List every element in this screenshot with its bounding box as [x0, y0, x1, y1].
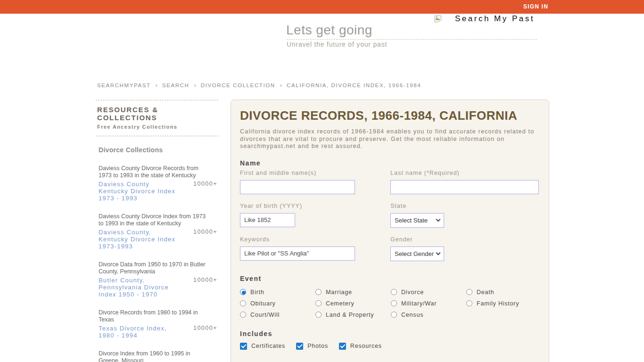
last-name-input[interactable]: [390, 180, 539, 194]
sidebar: RESOURCES & COLLECTIONS Free Ancestry Co…: [96, 100, 218, 362]
gender-selected-value: Select Gender: [395, 250, 434, 257]
radio-option-obituary[interactable]: Obituary: [240, 300, 315, 307]
radio-icon: [315, 300, 322, 306]
state-selected-value: Select State: [395, 217, 428, 224]
keywords-input[interactable]: [240, 247, 355, 261]
checkbox-icon: [240, 343, 247, 350]
radio-icon: [466, 300, 472, 306]
radio-icon: [466, 289, 472, 295]
topbar: SIGN IN: [0, 0, 644, 14]
radio-label: Death: [477, 289, 494, 296]
radio-icon: [391, 300, 397, 306]
broken-image-icon: [434, 15, 443, 23]
checkbox-option-certificates[interactable]: Certificates: [240, 343, 285, 350]
page-description: California divorce index records of 1966…: [240, 128, 544, 150]
radio-icon: [315, 289, 322, 295]
radio-label: Court/Will: [250, 312, 280, 318]
radio-label: Marriage: [326, 289, 352, 296]
radio-icon: [240, 300, 246, 306]
hero-subtitle: Unravel the future of your past: [287, 41, 387, 48]
radio-option-land-property[interactable]: Land & Property: [315, 312, 391, 318]
radio-option-military-war[interactable]: Military/War: [391, 300, 466, 307]
record-count-badge: 10000+: [193, 229, 217, 250]
collection-list-item: Divorce Index from 1960 to 1995 in Green…: [99, 350, 218, 362]
page: SIGN IN Search My Past Lets get going Un…: [0, 0, 644, 362]
collection-description: Divorce Data from 1950 to 1970 in Butler…: [99, 261, 211, 275]
site-logo[interactable]: Search My Past: [434, 14, 535, 24]
checkbox-icon: [339, 343, 346, 350]
radio-option-family-history[interactable]: Family History: [466, 300, 542, 307]
radio-option-marriage[interactable]: Marriage: [315, 289, 391, 296]
keywords-label: Keywords: [240, 236, 390, 243]
event-section-heading: Event: [240, 275, 540, 282]
breadcrumb: SEARCHMYPAST › SEARCH › DIVORCE COLLECTI…: [97, 82, 421, 89]
logo-alt-text: Search My Past: [455, 14, 535, 24]
year-of-birth-input[interactable]: [240, 213, 295, 227]
collection-description: Daviess County Divorce Records from 1973…: [99, 165, 211, 179]
last-name-label: Last name (*Required): [390, 170, 540, 176]
chevron-right-icon: ›: [280, 82, 282, 89]
collection-description: Divorce Records from 1980 to 1994 in Tex…: [99, 309, 211, 323]
page-title: DIVORCE RECORDS, 1966-1984, CALIFORNIA: [240, 108, 540, 123]
radio-option-cemetery[interactable]: Cemetery: [315, 300, 391, 307]
collection-link[interactable]: Texas Divorce Index, 1980 - 1994: [99, 325, 180, 339]
breadcrumb-item-home[interactable]: SEARCHMYPAST: [97, 82, 151, 88]
includes-options: Certificates Photos Resources: [240, 343, 540, 350]
name-section-heading: Name: [240, 159, 540, 167]
checkbox-option-resources[interactable]: Resources: [339, 343, 382, 350]
radio-label: Divorce: [401, 289, 424, 296]
radio-label: Obituary: [250, 300, 276, 307]
chevron-right-icon: ›: [194, 82, 196, 89]
collection-list-item: Daviess County Divorce Records from 1973…: [99, 165, 218, 202]
first-name-input[interactable]: [240, 180, 355, 194]
radio-icon: [240, 312, 246, 318]
radio-icon: [391, 312, 397, 318]
sign-in-link[interactable]: SIGN IN: [523, 3, 548, 10]
collection-link[interactable]: Butler County, Pennsylvania Divorce Inde…: [99, 277, 180, 298]
sidebar-subheading: Free Ancestry Collections: [97, 124, 218, 130]
radio-label: Cemetery: [326, 300, 355, 307]
collection-link[interactable]: Daviess County Kentucky Divorce Index 19…: [99, 181, 180, 202]
radio-label: Family History: [477, 300, 519, 307]
record-count-badge: 10000+: [193, 325, 217, 339]
radio-option-divorce[interactable]: Divorce: [391, 289, 466, 296]
radio-icon: [315, 312, 322, 318]
includes-section-heading: Includes: [240, 330, 540, 337]
record-count-badge: 10000+: [193, 181, 217, 202]
chevron-down-icon: [436, 250, 441, 255]
checkbox-label: Resources: [350, 343, 382, 349]
radio-label: Birth: [250, 289, 264, 296]
collection-link[interactable]: Daviess County, Kentucky Divorce Index 1…: [99, 229, 180, 250]
radio-option-death[interactable]: Death: [466, 289, 542, 296]
chevron-right-icon: ›: [156, 82, 157, 89]
collection-list-item: Divorce Records from 1980 to 1994 in Tex…: [99, 309, 218, 339]
breadcrumb-item-search[interactable]: SEARCH: [162, 82, 190, 88]
radio-option-court-will[interactable]: Court/Will: [240, 312, 315, 318]
radio-option-birth[interactable]: Birth: [240, 289, 315, 296]
radio-label: Land & Property: [326, 312, 374, 318]
radio-label: Census: [401, 312, 423, 318]
checkbox-label: Certificates: [251, 343, 285, 349]
collection-description: Daviess County Divorce Index from 1973 t…: [99, 213, 211, 227]
search-panel: DIVORCE RECORDS, 1966-1984, CALIFORNIA C…: [231, 99, 549, 362]
checkbox-label: Photos: [307, 343, 328, 349]
gender-select[interactable]: Select Gender: [390, 247, 444, 261]
radio-option-census[interactable]: Census: [391, 312, 466, 318]
year-of-birth-label: Year of birth (YYYY): [240, 203, 390, 209]
breadcrumb-item-divorce-collection[interactable]: DIVORCE COLLECTION: [201, 82, 275, 88]
sidebar-header: RESOURCES & COLLECTIONS Free Ancestry Co…: [96, 100, 218, 136]
radio-icon: [240, 289, 246, 295]
state-select[interactable]: Select State: [390, 213, 444, 228]
breadcrumb-item-current: CALIFORNIA, DIVORCE INDEX, 1966-1984: [287, 82, 421, 88]
collection-list-item: Divorce Data from 1950 to 1970 in Butler…: [99, 261, 218, 298]
hero-divider: [287, 39, 537, 40]
record-count-badge: 10000+: [193, 277, 217, 298]
radio-icon: [391, 289, 397, 295]
sidebar-heading: RESOURCES & COLLECTIONS: [97, 106, 218, 122]
collections-section-title: Divorce Collections: [99, 146, 218, 154]
event-options: Birth Marriage Divorce Death Obituary Ce…: [240, 289, 540, 318]
collection-description: Divorce Index from 1960 to 1995 in Green…: [99, 350, 211, 362]
first-name-label: First and middle name(s): [240, 170, 390, 176]
chevron-down-icon: [436, 217, 441, 222]
checkbox-option-photos[interactable]: Photos: [296, 343, 328, 350]
